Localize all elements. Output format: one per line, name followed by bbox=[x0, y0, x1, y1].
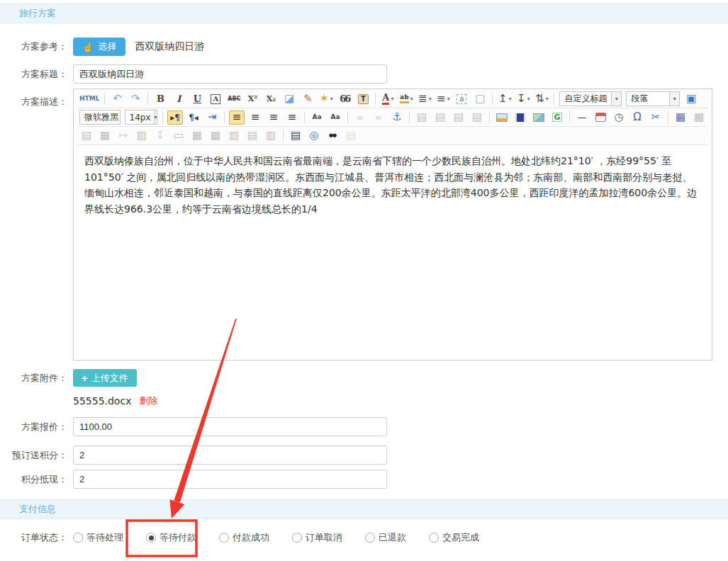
insert-map-icon[interactable] bbox=[531, 110, 547, 125]
insert-table-icon-glyph: ▦ bbox=[676, 112, 685, 123]
points-deduction-input[interactable] bbox=[73, 470, 387, 489]
radio-icon[interactable] bbox=[219, 533, 229, 543]
para-after-spacing-icon[interactable]: ↧▾ bbox=[515, 92, 531, 106]
remove-format-icon[interactable]: ◪ bbox=[281, 92, 297, 106]
print-icon-glyph: ▤ bbox=[291, 130, 301, 141]
source-html-button[interactable]: HTML bbox=[79, 92, 100, 106]
chevron-down-icon[interactable]: ▾ bbox=[527, 96, 530, 102]
chevron-down-icon[interactable]: ▾ bbox=[669, 92, 679, 106]
chevron-down-icon[interactable]: ▾ bbox=[611, 92, 621, 106]
order-status-option-1[interactable]: 等待处理 bbox=[73, 531, 123, 544]
font-size-select[interactable]: 14px▾ bbox=[125, 110, 157, 125]
special-char-icon[interactable]: Ω bbox=[629, 110, 645, 125]
delete-attachment-link[interactable]: 删除 bbox=[139, 395, 157, 407]
chevron-down-icon[interactable]: ▾ bbox=[410, 96, 413, 102]
order-status-option-6[interactable]: 交易完成 bbox=[429, 531, 479, 544]
merge-cells-icon-glyph: ▭ bbox=[174, 130, 184, 141]
order-status-label: 订单状态： bbox=[0, 531, 67, 544]
plan-price-input[interactable] bbox=[73, 417, 387, 436]
chevron-down-icon[interactable]: ▾ bbox=[330, 96, 333, 102]
print-icon[interactable]: ▤ bbox=[288, 129, 303, 143]
anchor-icon[interactable]: ⚓ bbox=[389, 110, 405, 125]
screenshot-icon[interactable]: ✂ bbox=[648, 110, 663, 125]
horizontal-rule-icon[interactable]: — bbox=[574, 110, 590, 125]
booking-points-input[interactable] bbox=[73, 446, 387, 465]
strikethrough-icon[interactable]: ABC bbox=[226, 92, 242, 106]
order-status-option-4[interactable]: 订单取消 bbox=[292, 531, 342, 544]
anchor-inline-icon[interactable]: a bbox=[454, 92, 469, 106]
upload-file-button[interactable]: + 上传文件 bbox=[73, 369, 137, 387]
radio-icon[interactable] bbox=[73, 533, 83, 543]
italic-icon[interactable]: I bbox=[171, 92, 186, 106]
rtl-paragraph-icon[interactable]: ¶◂ bbox=[186, 110, 201, 125]
ordered-list-icon[interactable]: ≣▾ bbox=[417, 92, 432, 106]
insert-time-icon[interactable]: ◷ bbox=[611, 110, 627, 125]
line-spacing-icon[interactable]: ⇅▾ bbox=[534, 92, 549, 106]
order-status-option-3[interactable]: 付款成功 bbox=[219, 531, 269, 544]
fullscreen-icon[interactable]: ▣ bbox=[683, 92, 699, 106]
chevron-down-icon[interactable]: ▾ bbox=[391, 96, 393, 102]
image-align-left-icon: ▤ bbox=[432, 110, 448, 125]
radio-selected-icon[interactable] bbox=[146, 533, 156, 543]
order-status-option-2[interactable]: 等待付款 bbox=[146, 531, 196, 544]
indent-icon[interactable]: ⇥ bbox=[204, 110, 220, 125]
editor-toolbar: HTML↶↷BIUAABCX²X₂◪✎✶▾66TA▾ab▾≣▾≡▾a▢↥▾↧▾⇅… bbox=[74, 89, 712, 145]
table-title-icon-glyph: ▤ bbox=[82, 130, 91, 141]
google-map-icon[interactable]: G bbox=[549, 110, 565, 125]
horizontal-rule-icon-glyph: — bbox=[578, 113, 586, 122]
chevron-down-icon[interactable]: ▾ bbox=[429, 96, 432, 102]
order-status-option-label: 交易完成 bbox=[442, 531, 479, 544]
paste-plain-icon[interactable]: T bbox=[355, 92, 371, 106]
superscript-icon[interactable]: X² bbox=[245, 92, 260, 106]
font-color-icon[interactable]: A▾ bbox=[380, 92, 396, 106]
lowercase-icon[interactable]: Aa bbox=[327, 110, 343, 125]
para-before-spacing-icon[interactable]: ↥▾ bbox=[497, 92, 513, 106]
unordered-list-icon[interactable]: ≡▾ bbox=[435, 92, 451, 106]
chevron-down-icon[interactable]: ▾ bbox=[447, 96, 450, 102]
blockquote-icon[interactable]: 66 bbox=[337, 92, 352, 106]
insert-image-icon[interactable] bbox=[494, 110, 510, 125]
preview-icon[interactable]: ◎ bbox=[306, 129, 322, 143]
align-justify-icon[interactable]: ≡ bbox=[284, 110, 300, 125]
font-family-select[interactable]: 微软雅黑▾ bbox=[79, 110, 121, 125]
radio-icon[interactable] bbox=[365, 533, 375, 543]
redo-icon[interactable]: ↷ bbox=[128, 92, 143, 106]
radio-icon[interactable] bbox=[429, 533, 439, 543]
remove-format-icon-glyph: ◪ bbox=[284, 94, 294, 104]
auto-typeset-icon[interactable]: ✶▾ bbox=[318, 92, 334, 106]
chevron-down-icon[interactable]: ▾ bbox=[509, 96, 512, 102]
new-document-icon[interactable]: ▢ bbox=[472, 92, 488, 106]
chevron-down-icon[interactable]: ▾ bbox=[154, 110, 157, 124]
find-replace-icon[interactable]: ●● bbox=[325, 129, 340, 143]
plan-price-row: 方案报价： bbox=[0, 417, 728, 436]
unlink-icon-glyph: ∞ bbox=[375, 113, 382, 122]
chevron-down-icon[interactable]: ▾ bbox=[546, 96, 549, 102]
align-center-icon[interactable]: ≡ bbox=[247, 110, 263, 125]
highlight-color-icon[interactable]: ab▾ bbox=[398, 92, 414, 106]
ltr-paragraph-icon[interactable]: ▸¶ bbox=[167, 110, 183, 125]
paragraph-select[interactable]: 段落▾ bbox=[626, 91, 680, 106]
radio-icon[interactable] bbox=[292, 533, 302, 543]
align-left-icon[interactable]: ≡ bbox=[229, 110, 245, 125]
delete-row-icon: ↦ bbox=[116, 129, 131, 143]
align-justify-icon-glyph: ≡ bbox=[288, 112, 297, 123]
bold-icon[interactable]: B bbox=[152, 92, 168, 106]
editor-content-area[interactable]: 西双版纳傣族自治州，位于中华人民共和国云南省最南端，是云南省下辖的一个少数民族自… bbox=[74, 145, 712, 360]
insert-date-icon[interactable] bbox=[593, 110, 608, 125]
subscript-icon[interactable]: X₂ bbox=[263, 92, 279, 106]
insert-table-icon[interactable]: ▦ bbox=[673, 110, 688, 125]
link-icon: ∞ bbox=[352, 110, 368, 125]
align-right-icon[interactable]: ≡ bbox=[266, 110, 281, 125]
uppercase-icon[interactable]: Aa bbox=[309, 110, 325, 125]
order-status-option-label: 付款成功 bbox=[233, 531, 269, 544]
order-status-option-5[interactable]: 已退款 bbox=[365, 531, 406, 544]
plan-title-input[interactable] bbox=[73, 64, 387, 84]
char-border-icon[interactable]: A bbox=[208, 92, 223, 106]
insert-video-icon[interactable] bbox=[513, 110, 528, 125]
order-status-option-label: 等待处理 bbox=[86, 531, 123, 544]
underline-icon[interactable]: U bbox=[189, 92, 205, 106]
format-painter-icon[interactable]: ✎ bbox=[300, 92, 315, 106]
undo-icon[interactable]: ↶ bbox=[109, 92, 125, 106]
custom-title-select[interactable]: 自定义标题▾ bbox=[559, 91, 622, 106]
select-reference-button[interactable]: ☝ 选择 bbox=[73, 38, 125, 56]
